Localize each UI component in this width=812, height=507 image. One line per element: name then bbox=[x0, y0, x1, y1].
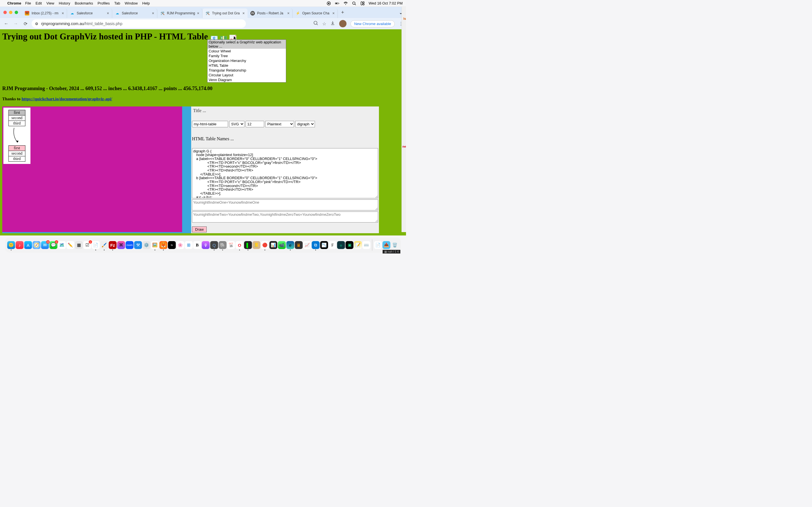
replace-one-textarea[interactable] bbox=[192, 200, 378, 210]
iterm-icon[interactable]: ▌ bbox=[244, 241, 252, 249]
filezilla-icon[interactable]: Fz bbox=[109, 241, 117, 249]
close-window-icon[interactable] bbox=[3, 11, 7, 14]
downloads-icon[interactable] bbox=[330, 20, 335, 27]
trash-icon[interactable]: 🗑️ bbox=[391, 241, 399, 249]
engine-select[interactable]: digraph bbox=[295, 121, 315, 127]
zoom-app-icon[interactable]: zoom bbox=[126, 241, 134, 249]
safari-icon[interactable]: 🧭 bbox=[33, 241, 41, 249]
launchpad-icon[interactable]: ▦ bbox=[75, 241, 83, 249]
close-icon[interactable]: × bbox=[152, 11, 154, 15]
windows-app-icon[interactable]: ⊞ bbox=[185, 241, 193, 249]
menu-profiles[interactable]: Profiles bbox=[98, 1, 110, 5]
preview-icon[interactable]: 🖼️ bbox=[151, 241, 159, 249]
select-placeholder[interactable]: Optionally select a GraphViz web applica… bbox=[207, 40, 286, 49]
close-icon[interactable]: × bbox=[243, 11, 245, 15]
music-icon[interactable]: ♪ bbox=[16, 241, 24, 249]
activity-monitor-icon[interactable]: 📊 bbox=[269, 241, 277, 249]
calendar-icon[interactable]: OCT16 bbox=[227, 241, 235, 249]
textedit-icon[interactable]: 📄 bbox=[92, 241, 100, 249]
replace-two-textarea[interactable] bbox=[192, 212, 378, 223]
dot-code-textarea[interactable] bbox=[192, 148, 378, 199]
battery-icon[interactable] bbox=[335, 1, 340, 6]
minimize-window-icon[interactable] bbox=[9, 11, 12, 14]
quicktime-icon[interactable]: Q bbox=[210, 241, 218, 249]
settings-icon[interactable]: ⚙️ bbox=[143, 241, 151, 249]
pycharm-icon[interactable]: ▣ bbox=[346, 241, 354, 249]
select-option[interactable]: Circular Layout bbox=[207, 73, 286, 77]
tab-trying-out-dot[interactable]: 🛠️ Trying out Dot Gra × bbox=[202, 8, 248, 18]
fontsize-input[interactable] bbox=[246, 121, 264, 127]
podcasts-icon[interactable]: 🎙 bbox=[202, 241, 210, 249]
menu-edit[interactable]: Edit bbox=[36, 1, 42, 5]
grapher-icon[interactable]: 📈 bbox=[303, 241, 311, 249]
messages-icon[interactable]: 💬2 bbox=[50, 241, 57, 249]
facetime-icon[interactable]: 📹 bbox=[278, 241, 286, 249]
bear-icon[interactable]: B bbox=[193, 241, 201, 249]
opera-icon[interactable]: O bbox=[236, 241, 244, 249]
mail-icon[interactable]: ✉29 bbox=[41, 241, 49, 249]
tab-inbox[interactable]: M Inbox (2,275) - rm × bbox=[22, 8, 67, 18]
back-button[interactable]: ← bbox=[3, 20, 10, 27]
mamp-icon[interactable]: 🐘 bbox=[219, 241, 227, 249]
menubar-appname[interactable]: Chrome bbox=[7, 1, 21, 5]
contacts-icon[interactable]: 📒 bbox=[253, 241, 260, 249]
firefox-icon[interactable]: 🦊 bbox=[160, 241, 167, 249]
downloads-folder-icon[interactable]: 📥 bbox=[383, 241, 391, 249]
screen-record-icon[interactable] bbox=[326, 1, 331, 6]
pane-splitter[interactable] bbox=[182, 107, 191, 233]
window-controls[interactable] bbox=[3, 11, 18, 14]
dashlane-icon[interactable]: ⟐ bbox=[337, 241, 345, 249]
tab-rjm-programming[interactable]: 🛠️ RJM Programming × bbox=[157, 8, 202, 18]
shortcuts-icon[interactable]: ⌘ bbox=[117, 241, 125, 249]
spotlight-icon[interactable] bbox=[352, 1, 356, 6]
freeform-icon[interactable]: ✏️ bbox=[66, 241, 74, 249]
new-tab-button[interactable]: + bbox=[338, 10, 348, 15]
karabiner-icon[interactable]: ⌨️ bbox=[363, 241, 370, 249]
menu-tab[interactable]: Tab bbox=[114, 1, 120, 5]
paintbrush-icon[interactable]: 🖌️ bbox=[100, 241, 108, 249]
appstore-icon[interactable]: A bbox=[24, 241, 32, 249]
control-center-icon[interactable] bbox=[360, 1, 365, 6]
shape-select[interactable]: Plaintext bbox=[265, 121, 294, 127]
notes-icon[interactable]: 📝 bbox=[354, 241, 362, 249]
graph-name-input[interactable] bbox=[192, 121, 228, 127]
menu-help[interactable]: Help bbox=[142, 1, 150, 5]
appletv-icon[interactable]: tv bbox=[168, 241, 176, 249]
edge-icon[interactable]: e bbox=[287, 241, 294, 249]
reload-button[interactable]: ⟳ bbox=[22, 20, 29, 27]
title-input[interactable] bbox=[192, 107, 378, 114]
maps-icon[interactable]: 🗺️ bbox=[58, 241, 66, 249]
reminders-icon[interactable]: ☑1 bbox=[84, 241, 91, 249]
select-option[interactable]: Triangular Relationship bbox=[207, 68, 286, 73]
menu-window[interactable]: Window bbox=[124, 1, 138, 5]
new-chrome-chip[interactable]: New Chrome available bbox=[350, 20, 395, 27]
activity-icon[interactable]: 📉 bbox=[320, 241, 328, 249]
docked-doc-icon[interactable]: 📄 bbox=[374, 241, 382, 249]
tab-salesforce-1[interactable]: ☁ Salesforce × bbox=[67, 8, 112, 18]
photos-icon[interactable]: 🌸 bbox=[176, 241, 185, 249]
bookmark-star-icon[interactable]: ☆ bbox=[322, 21, 326, 26]
tab-posts-robert[interactable]: W Posts ‹ Robert Ja × bbox=[248, 8, 293, 18]
profile-avatar[interactable] bbox=[339, 20, 347, 27]
menu-view[interactable]: View bbox=[46, 1, 54, 5]
vscode-icon[interactable]: ⧉ bbox=[312, 241, 320, 249]
font-book-icon[interactable]: F bbox=[329, 241, 337, 249]
xcode-icon[interactable]: ⚒ bbox=[134, 241, 142, 249]
menu-history[interactable]: History bbox=[59, 1, 70, 5]
draw-button[interactable]: Draw bbox=[192, 226, 207, 232]
select-option[interactable]: Colour Wheel bbox=[207, 49, 286, 54]
address-bar[interactable]: ⚙ rjmprogramming.com.au/html_table_basis… bbox=[32, 19, 246, 28]
zoom-icon[interactable] bbox=[313, 20, 318, 27]
close-icon[interactable]: × bbox=[107, 11, 109, 15]
close-icon[interactable]: × bbox=[197, 11, 199, 15]
close-icon[interactable]: × bbox=[62, 11, 64, 15]
maximize-window-icon[interactable] bbox=[15, 11, 18, 14]
thanks-link[interactable]: https://quickchart.io/documentation/grap… bbox=[21, 97, 112, 101]
menu-file[interactable]: File bbox=[25, 1, 31, 5]
select-option[interactable]: Organization Hierarchy bbox=[207, 58, 286, 63]
select-option[interactable]: Family Tree bbox=[207, 54, 286, 58]
graphviz-app-select[interactable]: Optionally select a GraphViz web applica… bbox=[207, 40, 286, 82]
forward-button[interactable]: → bbox=[12, 20, 19, 27]
wifi-icon[interactable] bbox=[343, 1, 348, 6]
finder-icon[interactable]: 🙂 bbox=[7, 241, 15, 249]
